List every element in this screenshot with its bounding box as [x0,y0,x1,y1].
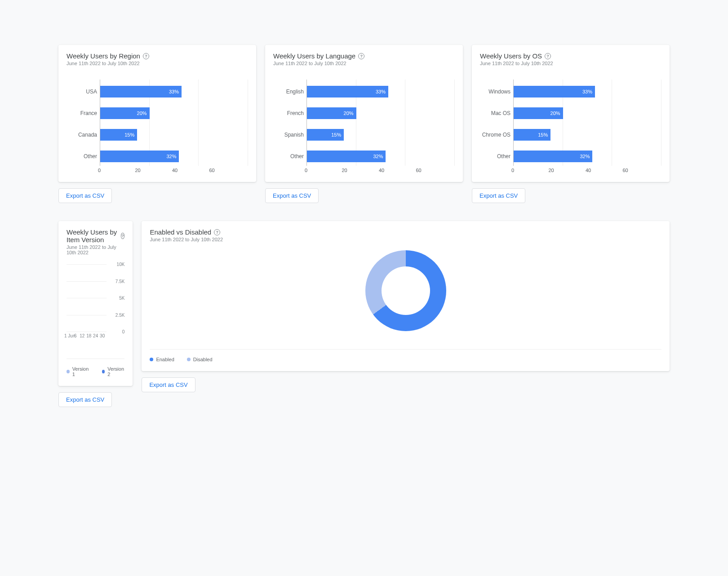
legend-v1: Version 1 [67,366,89,377]
enabled-card: Enabled vs Disabled ? June 11th 2022 to … [142,221,670,371]
legend-swatch-icon [187,358,191,361]
os-card: Weekly Users by OS ? June 11th 2022 to J… [472,45,670,182]
export-language-button[interactable]: Export as CSV [265,188,319,203]
help-icon[interactable]: ? [358,53,364,59]
legend-enabled-label: Enabled [156,357,174,362]
language-title-row: Weekly Users by Language ? [273,52,455,60]
enabled-legend: Enabled Disabled [150,349,661,362]
language-chart: 33% 20% 15% 32% EnglishFrenchSpanishOthe… [273,80,455,173]
donut-chart [365,250,446,331]
region-title-row: Weekly Users by Region ? [67,52,248,60]
enabled-col: Enabled vs Disabled ? June 11th 2022 to … [142,221,670,407]
version-title-row: Weekly Users by Item Version ? [67,228,124,244]
top-row: Weekly Users by Region ? June 11th 2022 … [58,45,670,203]
legend-enabled: Enabled [150,357,174,362]
version-chart: 02.5K5K7.5K10K [67,264,124,341]
language-title: Weekly Users by Language [273,52,355,60]
export-region-button[interactable]: Export as CSV [58,188,112,203]
os-subtitle: June 11th 2022 to July 10th 2022 [480,61,661,66]
language-col: Weekly Users by Language ? June 11th 202… [265,45,463,203]
os-col: Weekly Users by OS ? June 11th 2022 to J… [472,45,670,203]
export-version-button[interactable]: Export as CSV [58,392,112,407]
help-icon[interactable]: ? [545,53,551,59]
export-os-button[interactable]: Export as CSV [472,188,525,203]
region-card: Weekly Users by Region ? June 11th 2022 … [58,45,256,182]
version-title: Weekly Users by Item Version [67,228,118,244]
os-title: Weekly Users by OS [480,52,542,60]
legend-disabled-label: Disabled [193,357,213,362]
enabled-title-row: Enabled vs Disabled ? [150,228,661,236]
donut-wrap [150,250,661,331]
language-subtitle: June 11th 2022 to July 10th 2022 [273,61,455,66]
export-enabled-button[interactable]: Export as CSV [142,377,195,392]
version-col: Weekly Users by Item Version ? June 11th… [58,221,133,407]
legend-swatch-icon [67,370,70,373]
version-subtitle: June 11th 2022 to July 10th 2022 [67,244,124,255]
region-subtitle: June 11th 2022 to July 10th 2022 [67,61,248,66]
version-legend: Version 1 Version 2 [67,359,124,377]
help-icon[interactable]: ? [214,229,220,235]
region-col: Weekly Users by Region ? June 11th 2022 … [58,45,256,203]
enabled-subtitle: June 11th 2022 to July 10th 2022 [150,237,661,242]
os-title-row: Weekly Users by OS ? [480,52,661,60]
legend-disabled: Disabled [187,357,213,362]
bottom-row: Weekly Users by Item Version ? June 11th… [58,221,670,407]
enabled-title: Enabled vs Disabled [150,228,211,236]
region-title: Weekly Users by Region [67,52,140,60]
os-chart: 33% 20% 15% 32% WindowsMac OSChrome OSOt… [480,80,661,173]
help-icon[interactable]: ? [121,233,125,239]
legend-swatch-icon [150,358,153,361]
legend-swatch-icon [102,370,105,373]
help-icon[interactable]: ? [143,53,149,59]
legend-v1-label: Version 1 [72,366,89,377]
legend-v2: Version 2 [102,366,125,377]
region-chart: 33% 20% 15% 32% USAFranceCanadaOther0204… [67,80,248,173]
legend-v2-label: Version 2 [107,366,124,377]
version-card: Weekly Users by Item Version ? June 11th… [58,221,133,386]
language-card: Weekly Users by Language ? June 11th 202… [265,45,463,182]
